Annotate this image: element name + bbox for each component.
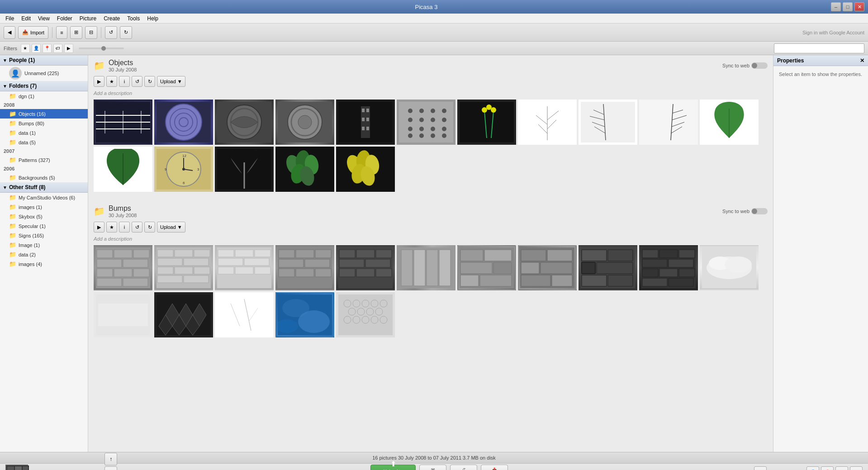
play-slideshow-button-bumps[interactable]: ▶: [94, 222, 104, 233]
menu-edit[interactable]: Edit: [18, 14, 34, 23]
photo-thumb[interactable]: [579, 245, 637, 290]
photo-thumb[interactable]: [94, 100, 152, 145]
photo-thumb[interactable]: [215, 292, 274, 337]
search-input[interactable]: [774, 43, 864, 53]
view-detail-button[interactable]: ⊟: [85, 26, 97, 39]
sidebar-item-backgrounds[interactable]: 📁 Backgrounds (5): [0, 173, 88, 182]
filter-slider[interactable]: [79, 47, 124, 49]
upload-button-bumps[interactable]: Upload ▼: [157, 222, 185, 233]
back-button[interactable]: ◀: [4, 26, 15, 39]
star-button[interactable]: ★: [106, 76, 117, 87]
photo-thumb[interactable]: [457, 100, 516, 145]
menu-view[interactable]: View: [34, 14, 53, 23]
sign-in-link[interactable]: Sign in with Google Account: [802, 30, 864, 35]
photo-thumb[interactable]: [518, 245, 577, 290]
sidebar-item-data1[interactable]: 📁 data (1): [0, 128, 88, 138]
info-button[interactable]: i: [119, 76, 130, 87]
photo-thumb[interactable]: [579, 100, 637, 145]
sidebar-otherstuff-header[interactable]: ▼ Other Stuff (8): [0, 182, 88, 193]
rotate-left-button[interactable]: ↺: [105, 26, 117, 39]
album-bumps-desc[interactable]: Add a description: [88, 234, 773, 243]
sidebar-item-bumps[interactable]: 📁 Bumps (80): [0, 119, 88, 128]
sidebar-item-images4[interactable]: 📁 images (4): [0, 259, 88, 269]
photo-thumb[interactable]: [154, 245, 213, 290]
person-icon-button[interactable]: 👤: [806, 466, 819, 470]
sidebar-item-signs[interactable]: 📁 Signs (165): [0, 231, 88, 240]
email-button[interactable]: ✉ Email: [419, 465, 446, 470]
sidebar-item-unnamed[interactable]: 👤 Unnamed (225): [0, 66, 88, 81]
photo-thumb[interactable]: [639, 100, 698, 145]
info-icon-button[interactable]: ℹ: [850, 466, 863, 470]
menu-help[interactable]: Help: [143, 14, 162, 23]
photo-thumb[interactable]: [700, 245, 759, 290]
bottom-upload-icon-button[interactable]: ↑: [104, 453, 117, 465]
properties-close-icon[interactable]: ✕: [860, 57, 864, 64]
sidebar-item-image1[interactable]: 📁 Image (1): [0, 240, 88, 250]
sync-toggle-objects[interactable]: [751, 62, 768, 69]
sidebar-item-data2[interactable]: 📁 data (2): [0, 250, 88, 259]
photo-thumb[interactable]: [154, 292, 213, 337]
print-button[interactable]: 🖨 Print: [450, 465, 477, 470]
photo-thumb[interactable]: [215, 100, 274, 145]
photo-thumb[interactable]: [336, 292, 395, 337]
photo-thumb[interactable]: [215, 245, 274, 290]
photo-thumb[interactable]: [94, 245, 152, 290]
photo-thumb[interactable]: [397, 245, 455, 290]
sidebar-item-skybox[interactable]: 📁 Skybox (5): [0, 212, 88, 221]
menu-picture[interactable]: Picture: [76, 14, 100, 23]
filter-star-icon[interactable]: ★: [21, 44, 30, 53]
close-button[interactable]: ✕: [854, 2, 864, 11]
menu-create[interactable]: Create: [100, 14, 123, 23]
sync-toggle-bumps[interactable]: [751, 208, 768, 214]
sidebar-people-header[interactable]: ▼ People (1): [0, 55, 88, 66]
view-list-button[interactable]: ≡: [56, 26, 67, 39]
photo-thumb[interactable]: [336, 147, 395, 192]
sidebar-item-specular[interactable]: 📁 Specular (1): [0, 221, 88, 231]
tag-icon-button[interactable]: 🏷: [835, 466, 848, 470]
menu-tools[interactable]: Tools: [123, 14, 143, 23]
rotate-right-button2[interactable]: ↻: [144, 76, 155, 87]
photo-thumb[interactable]: [154, 100, 213, 145]
upload-button[interactable]: Upload ▼: [157, 76, 185, 87]
photo-thumb[interactable]: [457, 245, 516, 290]
sidebar-item-patterns[interactable]: 📁 Patterns (327): [0, 155, 88, 165]
menu-folder[interactable]: Folder: [53, 14, 76, 23]
bottom-rotate-left-icon[interactable]: ↺: [104, 466, 117, 470]
upload-to-google-photos-button[interactable]: ⬆ Upload to Google Photos: [370, 465, 416, 470]
photo-thumb[interactable]: [275, 292, 334, 337]
sidebar-item-dgn[interactable]: 📁 dgn (1): [0, 91, 88, 101]
photo-thumb[interactable]: [94, 147, 152, 192]
maximize-button[interactable]: □: [843, 2, 853, 11]
album-objects-desc[interactable]: Add a description: [88, 89, 773, 98]
sidebar-item-mycam[interactable]: 📁 My CamStudio Videos (6): [0, 193, 88, 202]
sidebar-item-images1[interactable]: 📁 images (1): [0, 202, 88, 212]
photo-thumb[interactable]: [700, 100, 759, 145]
photo-thumb[interactable]: [336, 100, 395, 145]
export-button[interactable]: 📤 Export: [481, 465, 508, 470]
view-grid-button[interactable]: ⊞: [70, 26, 82, 39]
sidebar-item-objects[interactable]: 📁 Objects (16): [0, 109, 88, 119]
rotate-right-button[interactable]: ↻: [120, 26, 132, 39]
photo-thumb[interactable]: [336, 245, 395, 290]
filter-location-icon[interactable]: 📍: [43, 44, 52, 53]
play-slideshow-button[interactable]: ▶: [94, 76, 104, 87]
photo-thumb[interactable]: [275, 245, 334, 290]
rotate-left-button2[interactable]: ↺: [132, 76, 142, 87]
photo-thumb[interactable]: [639, 245, 698, 290]
sidebar-folders-header[interactable]: ▼ Folders (7): [0, 81, 88, 91]
sidebar-item-data5[interactable]: 📁 data (5): [0, 138, 88, 147]
menu-file[interactable]: File: [2, 14, 18, 23]
filter-tag-icon[interactable]: 🏷: [53, 44, 62, 53]
info-button-bumps[interactable]: i: [119, 222, 130, 233]
photo-thumb[interactable]: 12 3 6 9: [154, 147, 213, 192]
photo-thumb[interactable]: [215, 147, 274, 192]
star-button-bumps[interactable]: ★: [106, 222, 117, 233]
minimize-button[interactable]: –: [831, 2, 841, 11]
import-button[interactable]: 📥 Import: [18, 26, 48, 39]
photo-thumb[interactable]: [275, 100, 334, 145]
photo-thumb[interactable]: [518, 100, 577, 145]
photo-thumb[interactable]: [397, 100, 455, 145]
rotate-right-button-bumps[interactable]: ↻: [144, 222, 155, 233]
filter-movie-icon[interactable]: ▶: [64, 44, 73, 53]
rotate-left-button-bumps[interactable]: ↺: [132, 222, 142, 233]
